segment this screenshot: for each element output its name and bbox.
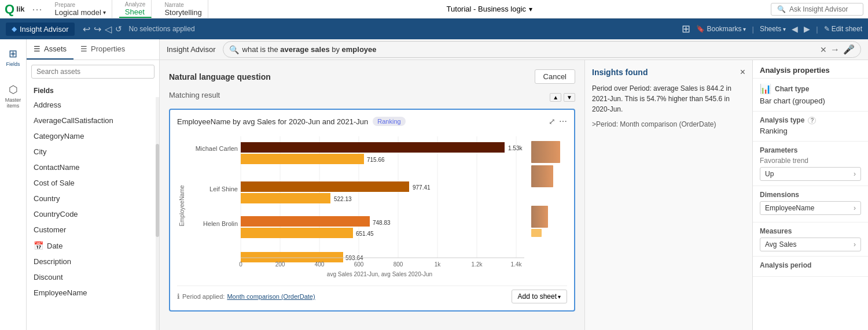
add-to-sheet-btn[interactable]: Add to sheet ▾ — [512, 290, 567, 303]
sheets-btn[interactable]: Sheets ▾ — [760, 25, 786, 33]
right-panel: Analysis properties 📊 Chart type Bar cha… — [752, 60, 868, 330]
assets-search — [27, 60, 159, 83]
bookmarks-btn[interactable]: 🔖 Bookmarks ▾ — [696, 25, 746, 33]
narrate-section[interactable]: Narrate Storytelling — [159, 0, 208, 18]
chart-title-text: EmployeeName by avg Sales for 2020-Jun a… — [177, 117, 368, 126]
svg-rect-10 — [241, 142, 505, 153]
list-item[interactable]: Discount — [27, 269, 159, 285]
properties-tab-label: Properties — [91, 45, 125, 53]
measure-row[interactable]: Avg Sales › — [760, 238, 861, 251]
nav-dots-btn[interactable]: ⋯ — [32, 3, 42, 16]
help-icon[interactable]: ? — [808, 117, 816, 124]
insights-body: Period over Period: average Sales is 844… — [592, 83, 745, 129]
ia-search-text[interactable]: what is the average sales by employee — [242, 45, 816, 54]
analyze-label: Analyze — [125, 1, 146, 8]
chart-card-actions: ⤢ ⋯ — [549, 117, 567, 126]
list-item[interactable]: Address — [27, 97, 159, 113]
chart-footer: ℹ Period applied: Month comparison (Orde… — [177, 285, 567, 303]
top-nav: Q lik ⋯ Prepare Logical model ▾ Analyze … — [0, 0, 868, 18]
bookmark-icon: 🔖 — [696, 25, 705, 33]
search-assets-input[interactable] — [31, 65, 155, 79]
analyze-section[interactable]: Analyze Sheet — [119, 0, 152, 18]
list-item[interactable]: CountryCode — [27, 206, 159, 222]
properties-tab[interactable]: ☰ Properties — [73, 39, 132, 60]
field-name-city: City — [34, 147, 46, 156]
period-applied-value[interactable]: Month comparison (OrderDate) — [227, 293, 315, 300]
chart-expand-btn[interactable]: ⤢ — [549, 117, 556, 126]
chart-more-btn[interactable]: ⋯ — [559, 117, 567, 126]
nav-next-btn[interactable]: ▶ — [804, 24, 810, 34]
insights-period-link[interactable]: >Period: Month comparison (OrderDate) — [592, 119, 745, 129]
toolbar-redo-btn[interactable]: ↪ — [94, 24, 101, 35]
list-item[interactable]: CategoryName — [27, 128, 159, 144]
period-applied: ℹ Period applied: Month comparison (Orde… — [177, 292, 315, 301]
bookmarks-dropdown-icon: ▾ — [743, 26, 746, 32]
add-to-sheet-label: Add to sheet — [518, 292, 557, 301]
svg-text:Leif Shine: Leif Shine — [209, 186, 238, 192]
assets-tab[interactable]: ☰ Assets — [27, 39, 73, 60]
cancel-btn[interactable]: Cancel — [535, 69, 575, 84]
master-items-label: Master items — [2, 97, 24, 109]
analysis-type-label: Analysis type ? — [760, 116, 861, 124]
nlq-title: Natural language question — [169, 72, 271, 81]
toolbar-refresh-btn[interactable]: ↺ — [115, 24, 122, 34]
list-item[interactable]: ContactName — [27, 160, 159, 175]
ia-mic-btn[interactable]: 🎤 — [843, 44, 855, 55]
ia-clear-btn[interactable]: ✕ — [820, 45, 827, 54]
list-item[interactable]: City — [27, 144, 159, 160]
toolbar-undo-btn[interactable]: ↩ — [83, 24, 90, 35]
bar-chart-icon: 📊 — [760, 83, 771, 94]
sidebar-master-items-btn[interactable]: ⬡ Master items — [0, 80, 26, 112]
svg-text:0: 0 — [239, 261, 242, 268]
svg-rect-20 — [241, 216, 370, 227]
field-name-customer: Customer — [34, 225, 66, 234]
sheets-label: Sheets — [760, 25, 781, 33]
narrate-label: Narrate — [164, 2, 201, 8]
scroll-down-btn[interactable]: ▼ — [564, 93, 575, 102]
prepare-main: Logical model ▾ — [55, 8, 106, 17]
list-item[interactable]: EmployeeName — [27, 285, 159, 301]
svg-text:1k: 1k — [435, 261, 442, 268]
list-item[interactable]: AverageCallSatisfaction — [27, 113, 159, 128]
ia-submit-btn[interactable]: → — [830, 45, 840, 55]
assets-tab-icon: ☰ — [34, 45, 41, 53]
svg-text:715.66: 715.66 — [367, 157, 385, 163]
chart-card-title: EmployeeName by avg Sales for 2020-Jun a… — [177, 117, 406, 126]
prepare-section[interactable]: Prepare Logical model ▾ — [49, 0, 112, 18]
insights-close-btn[interactable]: × — [740, 67, 745, 77]
fields-icon: ⊞ — [9, 47, 17, 60]
narrate-main: Storytelling — [164, 8, 201, 17]
prepare-dropdown-icon: ▾ — [103, 9, 106, 16]
grid-view-btn[interactable]: ⊞ — [682, 23, 690, 35]
center-title-btn[interactable]: Tutorial - Business logic ▾ — [447, 5, 533, 13]
chart-card-header: EmployeeName by avg Sales for 2020-Jun a… — [177, 117, 567, 126]
assets-panel: ☰ Assets ☰ Properties Fields Address Ave… — [27, 39, 160, 330]
nav-prev-btn[interactable]: ◀ — [792, 24, 798, 34]
list-item[interactable]: Country — [27, 191, 159, 206]
scroll-up-btn[interactable]: ▲ — [550, 93, 561, 102]
svg-text:1.4k: 1.4k — [511, 261, 523, 268]
edit-sheet-btn[interactable]: ✎ Edit sheet — [824, 25, 862, 33]
dimension-row[interactable]: EmployeeName › — [760, 201, 861, 215]
list-item[interactable]: 📅 Date — [27, 238, 159, 254]
list-item[interactable]: Description — [27, 254, 159, 269]
main-layout: ⊞ Fields ⬡ Master items ☰ Assets ☰ Prope… — [0, 39, 868, 330]
field-name-countrycode: CountryCode — [34, 210, 78, 218]
favorable-trend-dropdown[interactable]: Up › — [760, 167, 861, 181]
list-item[interactable]: Cost of Sale — [27, 175, 159, 191]
insights-title: Insights found — [592, 68, 648, 77]
ask-insight-btn[interactable]: 🔍 Ask Insight Advisor — [771, 3, 863, 16]
measure-avg: Avg — [765, 240, 777, 249]
prepare-label: Prepare — [55, 2, 106, 8]
ask-insight-label: Ask Insight Advisor — [789, 5, 848, 13]
sidebar-fields-btn[interactable]: ⊞ Fields — [3, 44, 22, 71]
toolbar-back-btn[interactable]: ◁ — [105, 24, 112, 35]
chart-type-value: Bar chart (grouped) — [760, 97, 861, 105]
list-item[interactable]: Customer — [27, 222, 159, 238]
matching-result-label: Matching result — [169, 91, 220, 99]
insight-advisor-nav-btn[interactable]: ◆ Insight Advisor — [6, 23, 75, 36]
svg-text:EmployeeName: EmployeeName — [179, 185, 185, 227]
add-dropdown-icon: ▾ — [558, 294, 561, 300]
measure-arrow: › — [854, 240, 856, 249]
insights-panel: Insights found × Period over Period: ave… — [584, 60, 752, 330]
